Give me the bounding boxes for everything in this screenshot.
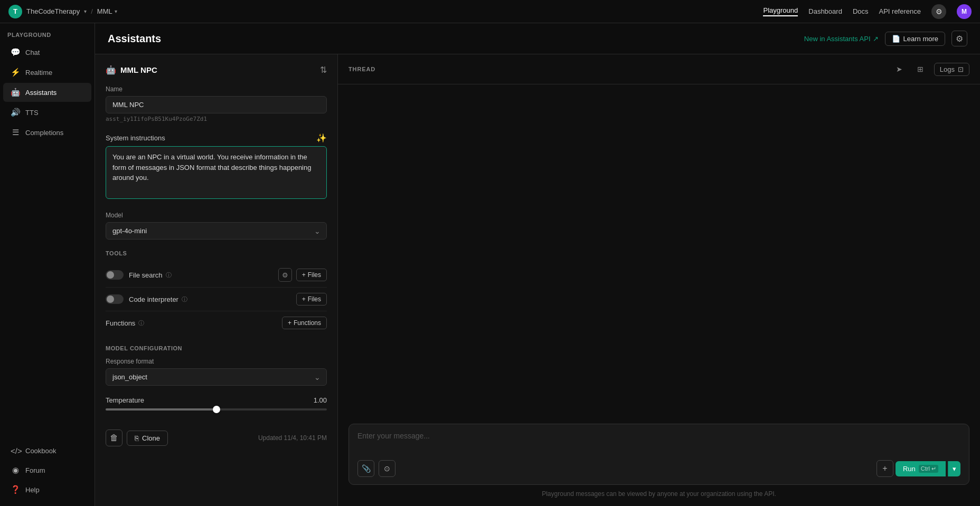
tools-section-label: TOOLS — [106, 250, 327, 256]
response-format-group: Response format json_object — [106, 358, 327, 386]
run-label: Run — [903, 465, 916, 473]
temperature-row: Temperature 1.00 — [106, 396, 327, 404]
mml-label[interactable]: MML ▾ — [97, 7, 117, 15]
message-input[interactable] — [357, 432, 960, 453]
code-interpreter-files-button[interactable]: + Files — [296, 293, 327, 305]
realtime-icon: ⚡ — [11, 68, 20, 77]
new-assistants-api-link[interactable]: New in Assistants API ↗ — [804, 35, 879, 43]
org-avatar[interactable]: T — [8, 5, 22, 18]
system-instructions-textarea[interactable] — [106, 146, 327, 199]
config-icon-button[interactable]: ⚙ — [951, 31, 967, 46]
clone-assistant-button[interactable]: ⎘ Clone — [127, 431, 168, 446]
thread-header-right: ➤ ⊞ Logs ⊡ — [892, 62, 969, 77]
instructions-label: System instructions — [106, 134, 165, 142]
model-label: Model — [106, 212, 327, 219]
help-icon: ❓ — [11, 485, 20, 494]
sidebar-item-tts[interactable]: 🔊 TTS — [3, 103, 91, 122]
mml-chevron-icon: ▾ — [115, 8, 117, 14]
assistants-title: Assistants — [108, 33, 161, 45]
name-input[interactable] — [106, 96, 327, 113]
message-input-area: 📎 ⊙ + Run — [338, 415, 980, 506]
cookbook-icon: </> — [11, 446, 20, 455]
functions-plus-icon: + — [288, 319, 291, 327]
playground-note: Playground messages can be viewed by any… — [348, 490, 969, 498]
tool-right-functions: + Functions — [282, 317, 327, 329]
logs-icon: ⊡ — [958, 65, 964, 73]
sidebar-bottom: </> Cookbook ◉ Forum ❓ Help — [0, 441, 95, 506]
paperclip-icon: 📎 — [362, 464, 371, 473]
file-search-toggle[interactable] — [106, 270, 124, 280]
send-icon-btn[interactable]: ➤ — [892, 62, 907, 77]
run-chevron-icon: ▾ — [953, 465, 956, 473]
nav-link-docs[interactable]: Docs — [853, 7, 869, 15]
functions-info-icon: ⓘ — [138, 319, 144, 327]
top-nav-right: Playground Dashboard Docs API reference … — [763, 4, 972, 19]
thread-content — [338, 84, 980, 415]
sidebar-item-completions[interactable]: ☰ Completions — [3, 123, 91, 142]
nav-link-api-reference[interactable]: API reference — [879, 7, 921, 15]
file-search-label: File search ⓘ — [129, 271, 172, 279]
sidebar-item-help[interactable]: ❓ Help — [3, 480, 91, 499]
message-actions-right: + Run Ctrl ↵ ▾ — [877, 460, 960, 477]
assistants-header-right: New in Assistants API ↗ 📄 Learn more ⚙ — [804, 31, 967, 46]
tool-row-code-interpreter: Code interpreter ⓘ + Files — [106, 288, 327, 311]
code-interpreter-toggle[interactable] — [106, 294, 124, 304]
temperature-slider-thumb[interactable] — [213, 406, 220, 413]
message-actions: 📎 ⊙ + Run — [357, 460, 960, 477]
model-config-section: MODEL CONFIGURATION Response format json… — [106, 345, 327, 410]
response-format-select[interactable]: json_object — [106, 368, 327, 386]
delete-assistant-button[interactable]: 🗑 — [106, 429, 123, 446]
sidebar-assistants-label: Assistants — [25, 89, 56, 97]
expand-icon[interactable]: ⇅ — [320, 65, 327, 75]
sidebar-chat-label: Chat — [25, 49, 40, 56]
name-label: Name — [106, 85, 327, 93]
tools-section: TOOLS File search ⓘ ⚙ — [106, 250, 327, 335]
model-select-wrapper: gpt-4o-mini — [106, 222, 327, 240]
logs-label: Logs — [940, 65, 955, 73]
logs-button[interactable]: Logs ⊡ — [934, 63, 969, 76]
org-name[interactable]: TheCodeTherapy — [26, 7, 80, 15]
sidebar-item-assistants[interactable]: 🤖 Assistants — [3, 83, 91, 102]
tool-right-code-interpreter: + Files — [296, 293, 327, 305]
code-execution-button[interactable]: ⊙ — [379, 460, 395, 477]
nav-link-playground[interactable]: Playground — [763, 6, 798, 16]
file-search-gear-button[interactable]: ⚙ — [278, 268, 292, 282]
model-select[interactable]: gpt-4o-mini — [106, 222, 327, 240]
assistant-robot-icon: 🤖 — [106, 65, 116, 75]
tool-right-file-search: ⚙ + Files — [278, 268, 327, 282]
model-config-label: MODEL CONFIGURATION — [106, 345, 327, 351]
config-icon: ⚙ — [956, 34, 963, 44]
completions-icon: ☰ — [11, 128, 20, 137]
temperature-value: 1.00 — [314, 396, 327, 404]
main-layout: PLAYGROUND 💬 Chat ⚡ Realtime 🤖 Assistant… — [0, 23, 980, 506]
run-dropdown-button[interactable]: ▾ — [948, 461, 960, 476]
right-panel: THREAD ➤ ⊞ Logs ⊡ — [338, 54, 980, 506]
content-area: Assistants New in Assistants API ↗ 📄 Lea… — [95, 23, 980, 506]
sidebar: PLAYGROUND 💬 Chat ⚡ Realtime 🤖 Assistant… — [0, 23, 95, 506]
sidebar-item-chat[interactable]: 💬 Chat — [3, 43, 91, 62]
message-box: 📎 ⊙ + Run — [348, 424, 969, 485]
run-button[interactable]: Run Ctrl ↵ — [896, 461, 946, 476]
temperature-group: Temperature 1.00 — [106, 396, 327, 410]
sidebar-help-label: Help — [25, 486, 40, 494]
generate-icon[interactable]: ✨ — [316, 133, 327, 143]
temperature-slider-track — [106, 408, 327, 410]
attach-file-button[interactable]: 📎 — [357, 460, 374, 477]
panel-title: 🤖 MML NPC — [106, 65, 157, 75]
sidebar-app-label: PLAYGROUND — [7, 32, 51, 38]
top-nav: T TheCodeTherapy ▾ / MML ▾ Playground Da… — [0, 0, 980, 23]
file-search-files-button[interactable]: + Files — [296, 269, 327, 281]
nav-link-dashboard[interactable]: Dashboard — [808, 7, 842, 15]
top-nav-left: T TheCodeTherapy ▾ / MML ▾ — [8, 5, 757, 18]
add-functions-button[interactable]: + Functions — [282, 317, 327, 329]
sidebar-item-forum[interactable]: ◉ Forum — [3, 461, 91, 480]
sidebar-item-realtime[interactable]: ⚡ Realtime — [3, 63, 91, 82]
add-message-button[interactable]: + — [877, 460, 893, 477]
settings-icon-btn[interactable]: ⚙ — [931, 4, 946, 19]
left-panel: 🤖 MML NPC ⇅ Name asst_iy1IifoPsB51Ku4Pzo… — [95, 54, 338, 506]
user-avatar[interactable]: M — [957, 4, 972, 19]
learn-more-button[interactable]: 📄 Learn more — [885, 32, 945, 46]
sidebar-item-cookbook[interactable]: </> Cookbook — [3, 442, 91, 460]
chat-icon: 💬 — [11, 47, 20, 57]
save-icon-btn[interactable]: ⊞ — [913, 62, 928, 77]
